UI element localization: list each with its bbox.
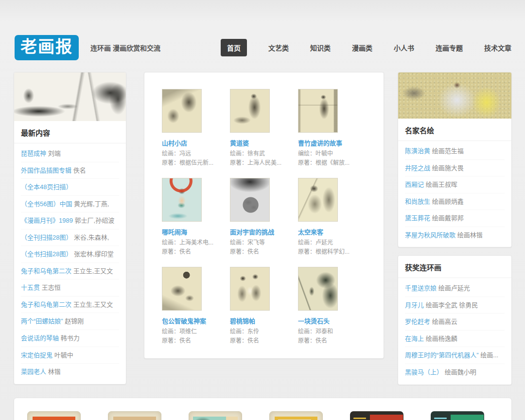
- nav-item-zhishi[interactable]: 知识类: [310, 43, 331, 52]
- magazine-cover-fazhi-3[interactable]: 3 1985 法制画报: [431, 411, 484, 420]
- nav-item-manhua[interactable]: 漫画类: [352, 43, 372, 52]
- article-link[interactable]: （全本48页扫描）: [21, 183, 72, 191]
- list-item: 黛玉葬花 绘画戴郭邦: [405, 210, 505, 227]
- comic-thumbnail[interactable]: [162, 89, 202, 133]
- article-link[interactable]: 外国作品插图专辑: [21, 167, 71, 174]
- comic-title-link[interactable]: 山村小店: [162, 138, 226, 147]
- comic-meta-artist: 绘画：东伶: [230, 327, 294, 336]
- cover-art: [113, 417, 156, 420]
- main-nav: 首页 文艺类 知识类 漫画类 小人书 连画专题 技术文章: [221, 39, 511, 56]
- comic-thumbnail[interactable]: [162, 178, 202, 222]
- article-link[interactable]: 月牙儿: [405, 301, 424, 309]
- comic-title-link[interactable]: 哪吒闹海: [162, 227, 226, 236]
- comic-item: 黄道婆 绘画：徐有武 原著：上海人民美...: [230, 89, 294, 167]
- nav-item-jishu-wenzhang[interactable]: 技术文章: [484, 43, 511, 52]
- article-link[interactable]: 和尚放生: [405, 198, 430, 205]
- award-list: 千里送京娘 绘画卢延光 月牙儿 绘画李全武 徐勇民 罗伦赶考 绘画高云 在海上 …: [398, 278, 511, 384]
- list-item: 月牙儿 绘画李全武 徐勇民: [405, 297, 505, 314]
- cover-title-strip: 连环画: [305, 417, 317, 420]
- comic-thumbnail[interactable]: [230, 89, 270, 133]
- article-link[interactable]: 井陉之战: [405, 164, 430, 172]
- article-link[interactable]: 西厢记: [405, 181, 424, 188]
- comic-meta-artist: 编绘：叶毓中: [298, 149, 362, 158]
- book-cover-lianhuanhua-yellow[interactable]: 连环画: [269, 411, 323, 420]
- comic-thumbnail[interactable]: [298, 267, 338, 311]
- comic-title-link[interactable]: 面对宇宙的挑战: [230, 227, 294, 236]
- list-item: 十五贯 王志恒: [21, 280, 119, 297]
- article-link[interactable]: 千里送京娘: [405, 284, 437, 292]
- cover-left-column: 3 1985: [434, 415, 448, 420]
- cover-art-scene: [193, 417, 226, 420]
- nav-item-xiaorenshu[interactable]: 小人书: [394, 43, 414, 52]
- article-link[interactable]: （全刊扫描28图）: [21, 234, 72, 241]
- comic-title-link[interactable]: 太空来客: [298, 227, 362, 236]
- article-link[interactable]: 罗伦赶考: [405, 318, 430, 325]
- comic-meta-original: 原著：上海人民美...: [230, 158, 294, 168]
- article-link[interactable]: （全书扫描28图）: [21, 250, 72, 258]
- comic-item: 包公智破鬼神案 绘画：项维仁 原著：佚名: [162, 267, 226, 345]
- comic-meta-artist: 绘画：上海美术电...: [162, 238, 226, 247]
- comic-meta-original: 原著：根据科学幻...: [298, 247, 362, 257]
- nav-item-wenyi[interactable]: 文艺类: [268, 43, 289, 52]
- famous-list: 陈潢治黄 绘画范生福 井陉之战 绘画施大畏 西厢记 绘画王叔晖 和尚放生 绘画顾…: [398, 141, 511, 247]
- comic-thumbnail[interactable]: [298, 89, 338, 133]
- author-label: 米谷,朱森林,: [74, 234, 109, 241]
- cover-bullet-lines: [434, 418, 448, 420]
- article-link[interactable]: 宋定伯捉鬼: [21, 351, 52, 359]
- article-link[interactable]: 十五贯: [21, 284, 40, 291]
- article-link[interactable]: 兔子和乌龟第二次: [21, 301, 71, 308]
- article-link[interactable]: 菜园老人: [21, 368, 46, 375]
- author-label: 王立生,王又文: [73, 267, 113, 275]
- book-cover-lianhuanhua-teal[interactable]: 连环画: [189, 411, 242, 420]
- comic-thumbnail[interactable]: [230, 267, 270, 311]
- article-link[interactable]: 琵琶成神: [21, 150, 46, 157]
- comic-title-link[interactable]: 碧桃锦帕: [230, 316, 294, 325]
- comic-title-link[interactable]: 包公智破鬼神案: [162, 316, 226, 325]
- list-item: （全书56图）中国 黄光辉,丁燕,: [21, 196, 119, 213]
- article-link[interactable]: 黑骏马（上）: [405, 368, 443, 376]
- comic-meta-original: 原著：根据《解放...: [298, 158, 362, 168]
- cover-masthead-panel: 法制画报: [451, 415, 484, 420]
- nav-item-home[interactable]: 首页: [221, 39, 247, 56]
- ink-painting-banner-image[interactable]: [14, 72, 126, 121]
- author-label: 绘画高云: [432, 318, 457, 325]
- comic-meta-artist: 绘画：徐有武: [230, 149, 294, 158]
- comic-title-link[interactable]: 一块烫石头: [298, 316, 362, 325]
- site-logo[interactable]: 老画报: [15, 35, 79, 61]
- right-sidebar: 名家名绘 陈潢治黄 绘画范生福 井陉之战 绘画施大畏 西厢记 绘画王叔晖 和尚放…: [398, 72, 512, 385]
- cover-art: 3 1985 法制画报: [434, 415, 481, 420]
- book-cover-woman-portrait[interactable]: [27, 411, 81, 420]
- comic-thumbnail[interactable]: [230, 178, 270, 222]
- comic-thumbnail[interactable]: [162, 267, 202, 311]
- article-link[interactable]: 茅屋为秋风所破歌: [405, 231, 455, 239]
- list-item: 兔子和乌龟第二次 王立生,王又文: [21, 263, 119, 280]
- magazine-cover-fazhi-1[interactable]: 1 1985 法制画报: [350, 411, 403, 420]
- dancer-painting-banner-image[interactable]: [398, 72, 511, 119]
- article-link[interactable]: 两个“田螺姑娘”: [21, 317, 63, 325]
- article-link[interactable]: 陈潢治黄: [405, 147, 430, 155]
- article-link[interactable]: 黛玉葬花: [405, 214, 430, 222]
- author-label: 佚名: [73, 167, 86, 174]
- author-label: 绘画林锴: [457, 231, 483, 239]
- comic-thumbnail[interactable]: [298, 178, 338, 222]
- nav-item-lianhua-zhuanti[interactable]: 连画专题: [436, 43, 463, 52]
- cover-left-column: 1 1985: [353, 415, 368, 420]
- cover-art: 连环画: [275, 417, 317, 420]
- comic-title-link[interactable]: 黄道婆: [230, 138, 294, 147]
- comic-item: 一块烫石头 绘画：邓泰和 原著：佚名: [298, 267, 362, 345]
- cover-masthead-panel: 法制画报: [370, 415, 403, 420]
- book-cover-marx-engels[interactable]: [108, 411, 161, 420]
- article-link[interactable]: 兔子和乌龟第二次: [21, 267, 71, 275]
- list-item: 周穆王时的“第四代机器人” 绘画...: [405, 347, 505, 364]
- article-link[interactable]: 《漫画月刊》1989: [21, 217, 73, 224]
- author-label: 绘画李全武 徐勇民: [426, 301, 478, 309]
- article-link[interactable]: （全书56图）中国: [21, 200, 72, 208]
- list-item: 会说话的琴轴 韩书力: [21, 330, 119, 347]
- comic-meta-original: 原著：根据伍元新...: [162, 158, 226, 168]
- article-link[interactable]: 周穆王时的“第四代机器人”: [405, 351, 479, 359]
- article-link[interactable]: 在海上: [405, 335, 424, 342]
- content-area: 最新内容 琵琶成神 刘端 外国作品插图专辑 佚名 （全本48页扫描） （全书56…: [0, 63, 525, 385]
- comic-title-link[interactable]: 曹竹虚讲的故事: [298, 138, 362, 147]
- cover-art: 1 1985 法制画报: [353, 415, 400, 420]
- article-link[interactable]: 会说话的琴轴: [21, 334, 59, 342]
